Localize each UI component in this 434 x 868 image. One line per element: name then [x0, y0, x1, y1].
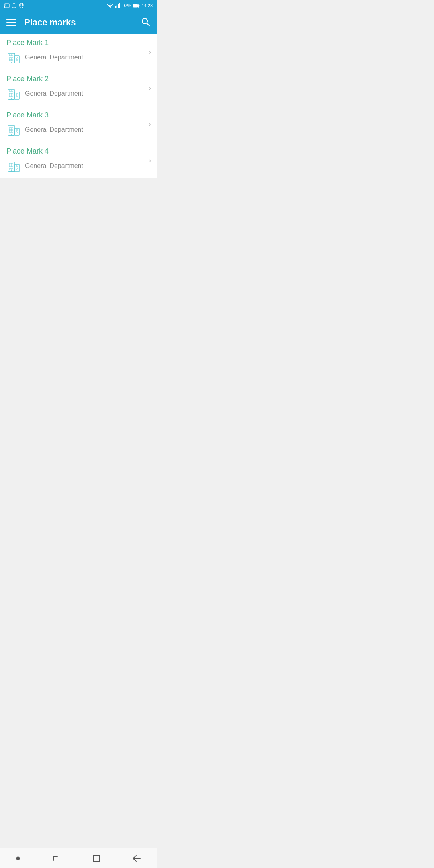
svg-rect-30: [11, 91, 12, 92]
list-item-row: General Department: [6, 86, 150, 101]
list-item[interactable]: Place Mark 3 General Department ›: [0, 106, 157, 142]
department-label: General Department: [25, 126, 83, 133]
svg-rect-43: [9, 129, 10, 131]
svg-rect-19: [9, 57, 10, 58]
wifi-icon: [107, 3, 113, 8]
svg-rect-55: [9, 166, 10, 167]
svg-rect-0: [4, 4, 9, 8]
svg-rect-22: [11, 59, 12, 61]
chevron-right-icon: ›: [149, 156, 151, 164]
svg-rect-36: [16, 96, 17, 97]
status-dot: •: [26, 4, 27, 8]
svg-rect-60: [16, 168, 17, 169]
svg-rect-17: [9, 55, 10, 56]
app-bar: Place marks: [0, 11, 157, 34]
svg-rect-33: [9, 96, 10, 97]
chevron-right-icon: ›: [149, 120, 151, 128]
svg-rect-9: [118, 4, 119, 8]
department-label: General Department: [25, 90, 83, 97]
list-item[interactable]: Place Mark 4 General Department ›: [0, 142, 157, 178]
svg-rect-42: [11, 127, 12, 128]
svg-rect-32: [11, 93, 12, 94]
svg-rect-10: [119, 3, 121, 8]
svg-rect-44: [11, 129, 12, 131]
app-bar-left: Place marks: [6, 17, 76, 28]
svg-rect-29: [9, 91, 10, 92]
place-mark-name: Place Mark 2: [6, 75, 150, 83]
svg-rect-54: [11, 163, 12, 164]
clock-status-icon: [11, 3, 17, 8]
hamburger-menu-button[interactable]: [6, 19, 16, 26]
svg-rect-56: [11, 166, 12, 167]
list-item-row: General Department: [6, 123, 150, 137]
svg-rect-21: [9, 59, 10, 61]
svg-rect-59: [16, 166, 17, 167]
svg-rect-53: [9, 163, 10, 164]
building-icon: [6, 123, 21, 137]
time-display: 14:28: [141, 3, 153, 8]
svg-line-14: [147, 23, 150, 26]
svg-point-5: [20, 4, 23, 6]
svg-rect-12: [133, 4, 138, 7]
svg-rect-20: [11, 57, 12, 58]
svg-rect-34: [11, 96, 12, 97]
svg-rect-58: [11, 168, 12, 169]
svg-rect-23: [16, 57, 17, 58]
app-bar-title: Place marks: [24, 17, 76, 28]
list-item-row: General Department: [6, 159, 150, 173]
map-status-icon: [18, 3, 24, 8]
svg-rect-31: [9, 93, 10, 94]
search-icon: [141, 17, 150, 27]
svg-rect-35: [16, 93, 17, 94]
building-icon: [6, 159, 21, 173]
status-bar-right: 97% 14:28: [107, 3, 153, 8]
battery-text: 97%: [122, 3, 131, 8]
svg-rect-48: [16, 132, 17, 133]
svg-point-1: [5, 4, 6, 5]
chevron-right-icon: ›: [149, 47, 151, 56]
status-bar: • 97% 14:28: [0, 0, 157, 11]
list-item[interactable]: Place Mark 1 General Department ›: [0, 34, 157, 70]
svg-rect-47: [16, 129, 17, 131]
image-status-icon: [4, 3, 10, 8]
place-mark-name: Place Mark 4: [6, 147, 150, 156]
svg-point-6: [110, 7, 111, 8]
svg-rect-7: [115, 6, 116, 8]
svg-rect-24: [16, 59, 17, 61]
status-bar-left: •: [4, 3, 27, 8]
list-item-row: General Department: [6, 50, 150, 65]
svg-rect-45: [9, 132, 10, 133]
svg-rect-41: [9, 127, 10, 128]
department-label: General Department: [25, 54, 83, 61]
content-area: Place Mark 1 General Department › Place …: [0, 34, 157, 347]
svg-rect-8: [117, 6, 118, 8]
search-button[interactable]: [141, 17, 150, 28]
signal-icon: [115, 3, 121, 8]
chevron-right-icon: ›: [149, 84, 151, 92]
svg-rect-46: [11, 132, 12, 133]
svg-rect-18: [11, 55, 12, 56]
place-mark-name: Place Mark 1: [6, 39, 150, 47]
svg-line-4: [14, 6, 15, 6]
battery-icon: [133, 4, 140, 8]
building-icon: [6, 50, 21, 65]
place-mark-name: Place Mark 3: [6, 111, 150, 119]
list-item[interactable]: Place Mark 2 General Department ›: [0, 70, 157, 106]
building-icon: [6, 86, 21, 101]
department-label: General Department: [25, 162, 83, 170]
empty-space: [0, 178, 157, 347]
svg-rect-57: [9, 168, 10, 169]
